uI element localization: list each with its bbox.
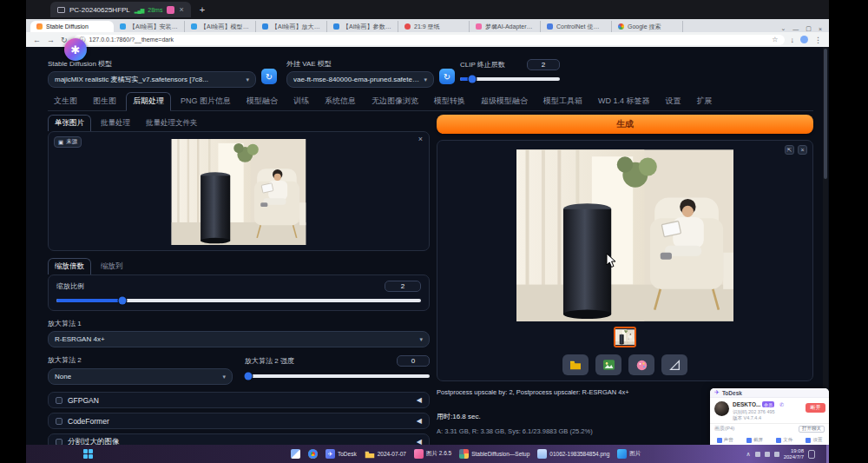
upscaler1-select[interactable]: R-ESRGAN 4x+ ▾ [48, 331, 430, 347]
taskbar-item-photos-app[interactable]: 图片 2.6.5 [414, 449, 451, 459]
clear-image-icon[interactable]: × [418, 135, 423, 143]
reload-model-button[interactable]: ↻ [261, 69, 277, 84]
address-bar[interactable]: ⓘ 127.0.0.1:7860/?__theme=dark ☆ [74, 35, 785, 45]
phone-icon[interactable]: ✆ [779, 401, 784, 407]
sound-button[interactable]: 声音 [717, 437, 733, 443]
accordion-split-oversized[interactable]: 分割过大的图像 ◀ [48, 433, 430, 445]
remote-session-tab[interactable]: PC-20240625HFPL ▂▄▆ 28ms × [50, 2, 191, 17]
open-chat-button[interactable]: 打开聊天 [799, 426, 825, 433]
scale-ratio-value[interactable]: 2 [385, 281, 421, 292]
tab-extensions[interactable]: 扩展 [691, 93, 719, 110]
tab-model-convert[interactable]: 模型转换 [428, 93, 471, 110]
screenshot-button[interactable]: 截屏 [746, 437, 763, 443]
tab-wd14-tagger[interactable]: WD 1.4 标签器 [592, 93, 656, 110]
page-scrollbar[interactable] [823, 47, 828, 445]
show-desktop-button[interactable] [826, 445, 829, 463]
close-session-icon[interactable]: × [179, 5, 183, 14]
close-window-icon[interactable]: × [819, 26, 822, 32]
reload-vae-button[interactable]: ↻ [439, 69, 455, 84]
task-view-icon[interactable] [291, 449, 300, 459]
browser-tab[interactable]: 【AI绘画】模型推荐 [185, 21, 256, 32]
sd-webui-logo[interactable]: ✱ [64, 38, 87, 61]
taskbar-item-png-file[interactable]: 01062-1983584854.png [537, 449, 609, 459]
new-session-button[interactable]: + [200, 4, 205, 15]
generate-button[interactable]: 生成 [437, 115, 813, 134]
settings-button[interactable]: 设置 [806, 437, 822, 443]
tab-super-merger[interactable]: 超级模型融合 [475, 93, 534, 110]
browser-tab-active[interactable]: Stable Diffusion [30, 21, 114, 32]
minimize-icon[interactable]: — [792, 26, 799, 32]
tab-txt2img[interactable]: 文生图 [48, 93, 83, 110]
chevron-down-icon: ▾ [424, 76, 427, 83]
tab-settings[interactable]: 设置 [660, 93, 687, 110]
upscaler2-strength-slider[interactable] [245, 374, 430, 378]
accordion-codeformer[interactable]: CodeFormer ◀ [48, 413, 430, 429]
checkbox-icon[interactable] [56, 418, 62, 425]
send-to-extras-button[interactable] [661, 354, 687, 375]
tab-batch-folder[interactable]: 批量处理文件夹 [140, 116, 204, 131]
taskbar-item-pictures[interactable]: 图片 [617, 449, 641, 459]
close-gallery-icon[interactable]: × [798, 145, 807, 155]
todesk-panel-header[interactable]: ✈ ToDesk [710, 388, 829, 398]
scale-ratio-slider[interactable] [56, 299, 421, 302]
tab-checkpoint-merger[interactable]: 模型融合 [240, 93, 284, 110]
fullscreen-icon[interactable]: ⇱ [785, 145, 794, 155]
thumbnail-selected[interactable] [614, 327, 636, 347]
start-button[interactable] [83, 449, 93, 459]
bookmark-star-icon[interactable]: ☆ [772, 36, 778, 43]
tab-scale-by[interactable]: 缩放倍数 [48, 258, 91, 274]
browser-tab[interactable]: Google 搜索 [612, 21, 683, 32]
session-title: PC-20240625HFPL [69, 6, 130, 14]
save-image-button[interactable] [595, 354, 621, 375]
checkbox-icon[interactable] [56, 439, 62, 446]
tab-batch-process[interactable]: 批量处理 [95, 116, 136, 131]
browser-tab[interactable]: 【AI绘画】参数设置 [327, 21, 398, 32]
tab-search-icon[interactable]: ⌄ [780, 25, 786, 32]
sd-model-select[interactable]: majicMIX realistic 麦橘写实_v7.safetensors [… [48, 71, 256, 88]
quality-badge-icon[interactable] [167, 6, 174, 14]
browser-tab[interactable]: 梦馨AI-Adapter 使用 [470, 21, 541, 32]
open-folder-button[interactable] [562, 354, 589, 375]
disconnect-button[interactable]: 断开 [806, 403, 825, 413]
file-transfer-button[interactable]: 文件 [776, 437, 792, 443]
checkbox-icon[interactable] [56, 397, 62, 404]
tray-icon[interactable] [765, 452, 770, 457]
result-image[interactable] [516, 149, 733, 321]
browser-tab[interactable]: 【AI绘画】放大算法 [256, 21, 327, 32]
tab-scale-to[interactable]: 缩放到 [95, 259, 129, 274]
browser-tab[interactable]: ControlNet 使用教程 [541, 21, 612, 32]
taskbar-item-todesk[interactable]: ✈ ToDesk [326, 449, 357, 459]
notification-icon[interactable] [808, 450, 815, 459]
browser-tab[interactable]: 21:9 壁纸 [398, 21, 470, 32]
tab-train[interactable]: 训练 [287, 93, 315, 110]
taskbar-item-folder[interactable]: 2024-07-07 [365, 450, 406, 459]
profile-avatar[interactable] [800, 36, 808, 43]
taskbar-item-sd-setup[interactable]: StableDiffusion—Setup [459, 449, 529, 459]
browser-tab[interactable]: 【AI绘画】安装教程 [114, 21, 185, 32]
tab-infinite-browser[interactable]: 无边图像浏览 [365, 93, 424, 110]
tray-chevron-icon[interactable]: ∧ [746, 451, 751, 458]
clip-skip-value[interactable]: 2 [527, 59, 560, 70]
download-icon[interactable]: ↓ [791, 36, 795, 44]
upscaler2-select[interactable]: None ▾ [48, 368, 233, 385]
accordion-gfpgan[interactable]: GFPGAN ◀ [48, 392, 430, 408]
vae-select[interactable]: vae-ft-mse-840000-ema-pruned.safetensors… [286, 71, 434, 88]
back-icon[interactable]: ← [33, 36, 41, 44]
source-image-dropzone[interactable]: ▣ 来源 × [48, 131, 430, 251]
send-to-inpaint-button[interactable] [628, 354, 654, 375]
tab-single-image[interactable]: 单张图片 [48, 115, 91, 131]
tab-img2img[interactable]: 图生图 [87, 93, 122, 110]
taskbar-clock[interactable]: 19:08 2024/7/7 [784, 448, 804, 460]
menu-icon[interactable]: ⋮ [814, 36, 822, 44]
clip-skip-slider[interactable] [460, 77, 560, 81]
tray-icon[interactable] [755, 452, 760, 457]
tab-model-toolkit[interactable]: 模型工具箱 [537, 93, 589, 110]
tab-png-info[interactable]: PNG 图片信息 [174, 93, 237, 110]
tab-extras[interactable]: 后期处理 [126, 92, 171, 111]
tab-system-info[interactable]: 系统信息 [319, 93, 362, 110]
tray-icon[interactable] [774, 452, 779, 457]
upscaler2-strength-value[interactable]: 0 [397, 355, 430, 367]
chrome-icon[interactable] [308, 449, 318, 459]
forward-icon[interactable]: → [47, 36, 55, 44]
maximize-icon[interactable]: ▢ [806, 25, 812, 32]
